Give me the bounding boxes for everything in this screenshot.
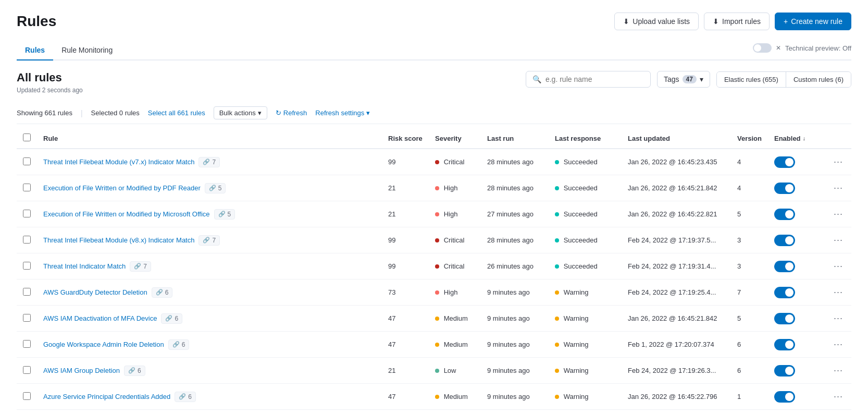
row-checkbox-cell[interactable]	[17, 332, 37, 358]
actions-cell[interactable]: ···	[825, 253, 851, 280]
tags-button[interactable]: Tags 47 ▾	[657, 71, 710, 88]
refresh-settings-button[interactable]: Refresh settings ▾	[315, 109, 370, 117]
row-checkbox-cell[interactable]	[17, 149, 37, 175]
enabled-toggle[interactable]	[774, 287, 795, 298]
exception-badge[interactable]: 🔗 6	[168, 339, 190, 350]
bulk-actions-button[interactable]: Bulk actions ▾	[214, 106, 267, 119]
search-box[interactable]: 🔍	[526, 71, 651, 88]
tab-rule-monitoring[interactable]: Rule Monitoring	[53, 41, 121, 60]
severity-label: High	[444, 288, 458, 296]
row-checkbox[interactable]	[23, 210, 31, 217]
enabled-toggle[interactable]	[774, 156, 795, 168]
enabled-toggle[interactable]	[774, 313, 795, 324]
row-checkbox[interactable]	[23, 340, 31, 348]
enabled-toggle[interactable]	[774, 365, 795, 376]
rule-name-link[interactable]: Threat Intel Filebeat Module (v7.x) Indi…	[43, 158, 194, 166]
row-checkbox[interactable]	[23, 184, 31, 191]
row-checkbox-cell[interactable]	[17, 253, 37, 280]
enabled-cell[interactable]	[768, 306, 825, 332]
row-checkbox-cell[interactable]	[17, 227, 37, 253]
row-actions-button[interactable]: ···	[832, 234, 845, 247]
technical-preview-close-icon[interactable]: ✕	[776, 44, 781, 52]
row-actions-button[interactable]: ···	[832, 181, 845, 195]
row-actions-button[interactable]: ···	[832, 155, 845, 168]
enabled-toggle[interactable]	[774, 235, 795, 246]
rule-name-link[interactable]: Threat Intel Indicator Match	[43, 262, 126, 270]
rule-name-link[interactable]: Threat Intel Filebeat Module (v8.x) Indi…	[43, 236, 194, 244]
row-checkbox[interactable]	[23, 366, 31, 374]
enabled-cell[interactable]	[768, 149, 825, 175]
enabled-cell[interactable]	[768, 358, 825, 384]
enabled-cell[interactable]	[768, 253, 825, 280]
rule-name-link[interactable]: Execution of File Written or Modified by…	[43, 184, 201, 192]
row-checkbox[interactable]	[23, 314, 31, 322]
row-checkbox-cell[interactable]	[17, 358, 37, 384]
row-actions-button[interactable]: ···	[832, 286, 845, 299]
exception-badge[interactable]: 🔗 7	[199, 235, 220, 246]
exception-badge[interactable]: 🔗 6	[152, 287, 173, 298]
row-actions-button[interactable]: ···	[832, 390, 845, 403]
actions-cell[interactable]: ···	[825, 384, 851, 410]
actions-cell[interactable]: ···	[825, 332, 851, 358]
elastic-rules-tab[interactable]: Elastic rules (655)	[717, 72, 786, 87]
row-checkbox[interactable]	[23, 157, 31, 165]
enabled-cell[interactable]	[768, 175, 825, 201]
exception-badge[interactable]: 🔗 7	[199, 157, 220, 167]
row-checkbox[interactable]	[23, 236, 31, 244]
enabled-cell[interactable]	[768, 227, 825, 253]
row-checkbox-cell[interactable]	[17, 306, 37, 332]
enabled-cell[interactable]	[768, 384, 825, 410]
row-checkbox-cell[interactable]	[17, 384, 37, 410]
rule-name-link[interactable]: AWS GuardDuty Detector Deletion	[43, 288, 147, 296]
exception-badge[interactable]: 🔗 5	[205, 183, 226, 193]
row-checkbox[interactable]	[23, 288, 31, 296]
row-checkbox[interactable]	[23, 262, 31, 270]
row-checkbox-cell[interactable]	[17, 280, 37, 306]
row-actions-button[interactable]: ···	[832, 260, 845, 273]
row-actions-button[interactable]: ···	[832, 338, 845, 351]
actions-cell[interactable]: ···	[825, 175, 851, 201]
enabled-toggle[interactable]	[774, 261, 795, 272]
row-checkbox[interactable]	[23, 392, 31, 400]
enabled-cell[interactable]	[768, 280, 825, 306]
upload-value-lists-button[interactable]: ⬇ Upload value lists	[614, 13, 699, 30]
select-all-link[interactable]: Select all 661 rules	[148, 109, 205, 117]
enabled-cell[interactable]	[768, 332, 825, 358]
row-checkbox-cell[interactable]	[17, 201, 37, 227]
exception-badge[interactable]: 🔗 6	[161, 313, 182, 324]
actions-cell[interactable]: ···	[825, 201, 851, 227]
row-actions-button[interactable]: ···	[832, 364, 845, 377]
exception-badge[interactable]: 🔗 5	[214, 209, 235, 220]
actions-cell[interactable]: ···	[825, 280, 851, 306]
enabled-toggle[interactable]	[774, 391, 795, 403]
rule-name-link[interactable]: Google Workspace Admin Role Deletion	[43, 341, 164, 348]
actions-cell[interactable]: ···	[825, 306, 851, 332]
tab-rules[interactable]: Rules	[17, 41, 53, 60]
exception-badge[interactable]: 🔗 6	[124, 366, 145, 376]
th-select-all[interactable]	[17, 128, 37, 149]
custom-rules-tab[interactable]: Custom rules (6)	[786, 72, 851, 87]
import-rules-button[interactable]: ⬇ Import rules	[704, 13, 770, 30]
select-all-checkbox[interactable]	[23, 133, 31, 141]
actions-cell[interactable]: ···	[825, 227, 851, 253]
th-enabled[interactable]: Enabled ↓	[768, 128, 825, 149]
row-actions-button[interactable]: ···	[832, 208, 845, 221]
search-input[interactable]	[545, 75, 644, 83]
exception-badge[interactable]: 🔗 6	[175, 392, 196, 402]
actions-cell[interactable]: ···	[825, 149, 851, 175]
create-new-rule-button[interactable]: + Create new rule	[775, 13, 851, 30]
row-checkbox-cell[interactable]	[17, 175, 37, 201]
enabled-toggle[interactable]	[774, 339, 795, 350]
rule-name-link[interactable]: AWS IAM Group Deletion	[43, 367, 120, 374]
technical-preview-toggle[interactable]	[753, 43, 772, 53]
enabled-toggle[interactable]	[774, 183, 795, 194]
enabled-toggle[interactable]	[774, 209, 795, 220]
rule-name-link[interactable]: Azure Service Principal Credentials Adde…	[43, 393, 170, 400]
enabled-cell[interactable]	[768, 201, 825, 227]
row-actions-button[interactable]: ···	[832, 312, 845, 325]
rule-name-link[interactable]: AWS IAM Deactivation of MFA Device	[43, 314, 157, 322]
refresh-button[interactable]: ↻ Refresh	[276, 109, 307, 117]
rule-name-link[interactable]: Execution of File Written or Modified by…	[43, 210, 210, 218]
actions-cell[interactable]: ···	[825, 358, 851, 384]
exception-badge[interactable]: 🔗 7	[130, 261, 151, 272]
